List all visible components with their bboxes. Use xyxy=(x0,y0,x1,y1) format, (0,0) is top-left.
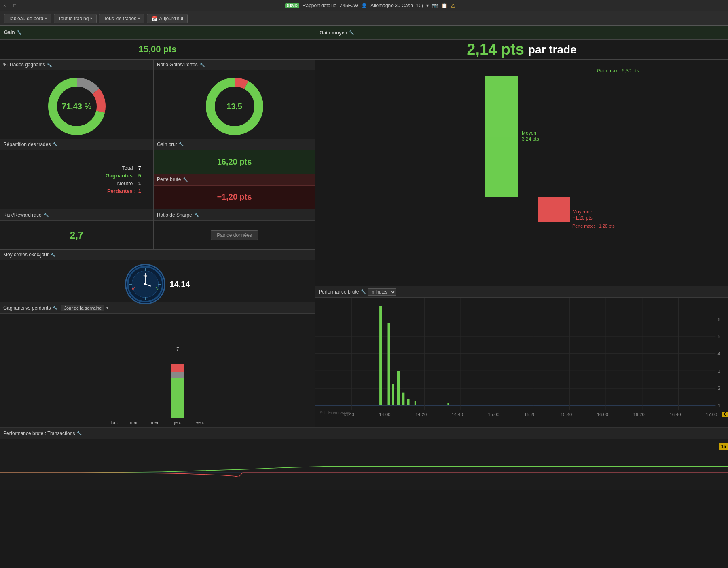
minimize-btn[interactable]: − xyxy=(8,3,11,8)
ratio-gains-wrench[interactable]: 🔧 xyxy=(200,63,205,67)
screenshot-icon[interactable]: 📷 xyxy=(432,3,438,8)
jeu-bar-green xyxy=(171,378,184,418)
svg-rect-43 xyxy=(397,371,400,405)
gain-moyen-header: Gain moyen 🔧 xyxy=(315,26,728,40)
ratio-gains-widget: Ratio Gains/Pertes 🔧 13 xyxy=(154,60,315,138)
gain-wrench[interactable]: 🔧 xyxy=(17,30,21,35)
gain-moyen-value-area: 2,14 pts par trade xyxy=(315,40,728,59)
instrument-label: Allemagne 30 Cash (1€) xyxy=(370,3,423,8)
perf-value-badge: 15 xyxy=(719,443,728,450)
gain-left-section: Gain 🔧 15,00 pts xyxy=(0,26,315,59)
trades-gagnants-value: 71,43 % xyxy=(62,102,91,111)
day-ven: ven. xyxy=(196,354,204,425)
widgets-row2: Répartition des trades 🔧 Total : 7 Gagna… xyxy=(0,139,315,209)
tout-trading-arrow: ▾ xyxy=(90,16,92,21)
jeu-total: 7 xyxy=(176,346,179,351)
svg-rect-46 xyxy=(415,401,416,405)
svg-text:Perte max : −1,20 pts: Perte max : −1,20 pts xyxy=(572,224,615,228)
user-label: Z45FJW xyxy=(340,3,358,8)
gain-brut-wrench[interactable]: 🔧 xyxy=(179,142,184,146)
perf-chart-svg: 13:40 14:00 14:20 14:40 15:00 15:20 15:4… xyxy=(315,298,728,427)
gain-moyen-label: Gain moyen xyxy=(320,30,347,36)
tous-trades-arrow: ▾ xyxy=(138,16,140,21)
main-widgets-area: % Trades gagnants 🔧 xyxy=(0,60,728,427)
ratio-gains-donut: 13,5 xyxy=(202,74,267,139)
trades-gagnants-donut: 71,43 % xyxy=(44,74,109,139)
perf-chart-canvas: 13:40 14:00 14:20 14:40 15:00 15:20 15:4… xyxy=(315,298,728,427)
gagnants-label: Gagnants vs perdants xyxy=(3,305,51,311)
svg-text:5: 5 xyxy=(718,334,720,339)
repartition-wrench[interactable]: 🔧 xyxy=(53,142,57,146)
no-data-btn: Pas de données xyxy=(211,230,258,240)
titlebar: × − □ DEMO Rapport détaillé Z45FJW 👤 All… xyxy=(0,0,728,11)
instrument-dropdown[interactable]: ▾ xyxy=(426,3,429,8)
minutes-dropdown[interactable]: minutes xyxy=(368,288,396,296)
trades-gagnants-label: % Trades gagnants xyxy=(3,62,45,68)
moy-ordres-wrench[interactable]: 🔧 xyxy=(51,253,55,257)
ven-label: ven. xyxy=(196,420,204,425)
jour-semaine-arrow[interactable]: ▾ xyxy=(106,306,108,310)
close-btn[interactable]: × xyxy=(3,3,6,8)
gain-brut-label: Gain brut xyxy=(157,141,177,147)
perf-brute-section: Performance brute 🔧 minutes xyxy=(315,286,728,427)
svg-text:−1,20 pts: −1,20 pts xyxy=(572,215,593,221)
widgets-row1: % Trades gagnants 🔧 xyxy=(0,60,315,139)
warning-icon: ⚠ xyxy=(451,2,456,9)
perte-brute-wrench[interactable]: 🔧 xyxy=(183,177,188,182)
tous-trades-label: Tous les trades xyxy=(104,16,136,21)
svg-text:15:40: 15:40 xyxy=(561,412,572,417)
gain-value: 15,00 pts xyxy=(0,40,315,59)
ratio-sharpe-wrench[interactable]: 🔧 xyxy=(194,213,199,217)
maximize-btn[interactable]: □ xyxy=(13,3,16,8)
jour-semaine-dropdown[interactable]: Jour de la semaine xyxy=(61,305,104,311)
gagnants-wrench[interactable]: 🔧 xyxy=(53,306,57,310)
perf-transactions-label: Performance brute : Transactions xyxy=(3,431,75,436)
svg-rect-44 xyxy=(402,393,404,405)
tout-trading-label: Tout le trading xyxy=(58,16,89,21)
svg-text:6: 6 xyxy=(718,317,720,321)
perte-brute-value: −1,20 pts xyxy=(154,186,315,209)
days-bar-chart: lun. mar. mer. xyxy=(103,344,212,425)
svg-text:14:20: 14:20 xyxy=(415,412,427,417)
copy-icon[interactable]: 📋 xyxy=(441,3,447,8)
trades-gagnants-body: 71,43 % xyxy=(0,70,153,143)
ratio-gains-label: Ratio Gains/Pertes xyxy=(157,62,198,68)
tout-trading-btn[interactable]: Tout le trading ▾ xyxy=(54,14,97,23)
svg-text:2: 2 xyxy=(718,386,720,391)
perf-transactions-wrench[interactable]: 🔧 xyxy=(77,431,82,435)
perte-bar xyxy=(538,197,570,222)
repartition-label: Répartition des trades xyxy=(3,141,51,147)
gain-brut-widget: Gain brut 🔧 16,20 pts xyxy=(154,139,315,174)
trades-gagnants-wrench[interactable]: 🔧 xyxy=(47,63,52,67)
ratio-sharpe-label: Ratio de Sharpe xyxy=(157,212,192,218)
clock-face: 24 ↙ ↘ xyxy=(125,264,165,304)
ratio-gains-header: Ratio Gains/Pertes 🔧 xyxy=(154,60,315,70)
lun-label: lun. xyxy=(111,420,118,425)
svg-text:14:00: 14:00 xyxy=(379,412,390,417)
tableau-de-bord-btn[interactable]: Tableau de bord ▾ xyxy=(4,14,51,23)
aujourdhui-btn[interactable]: 📅 Aujourd'hui xyxy=(147,14,188,23)
tous-trades-btn[interactable]: Tous les trades ▾ xyxy=(99,14,144,23)
tableau-label: Tableau de bord xyxy=(8,16,43,21)
gain-label: Gain xyxy=(4,30,15,35)
perf-brute-wrench[interactable]: 🔧 xyxy=(361,289,366,294)
svg-text:3,24 pts: 3,24 pts xyxy=(522,136,539,142)
gain-brut-value: 16,20 pts xyxy=(154,150,315,174)
rapport-label: Rapport détaillé xyxy=(303,3,336,8)
svg-rect-47 xyxy=(447,403,449,405)
svg-text:16:40: 16:40 xyxy=(669,412,681,417)
jeu-bar-stack xyxy=(171,354,184,418)
gagnants-widget: Gagnants vs perdants 🔧 Jour de la semain… xyxy=(0,302,315,427)
left-panel: % Trades gagnants 🔧 xyxy=(0,60,315,427)
gain-moyen-wrench[interactable]: 🔧 xyxy=(349,30,354,35)
bottom-chart-svg xyxy=(0,439,728,490)
ratio-sharpe-header: Ratio de Sharpe 🔧 xyxy=(154,209,315,221)
repartition-widget: Répartition des trades 🔧 Total : 7 Gagna… xyxy=(0,139,154,209)
moy-ordres-widget: Moy ordres exec/jour 🔧 xyxy=(0,250,315,302)
svg-rect-45 xyxy=(407,399,409,405)
right-panel: Gain max : 6,30 pts Moyen 3,24 pts xyxy=(315,60,728,427)
gagnantes-row: Gagnantes : 5 xyxy=(12,173,141,179)
widgets-row3: Risk/Reward ratio 🔧 2,7 Ratio de Sharpe … xyxy=(0,209,315,250)
gain-moyen-par-trade: par trade xyxy=(528,43,577,56)
risk-reward-wrench[interactable]: 🔧 xyxy=(44,213,49,217)
